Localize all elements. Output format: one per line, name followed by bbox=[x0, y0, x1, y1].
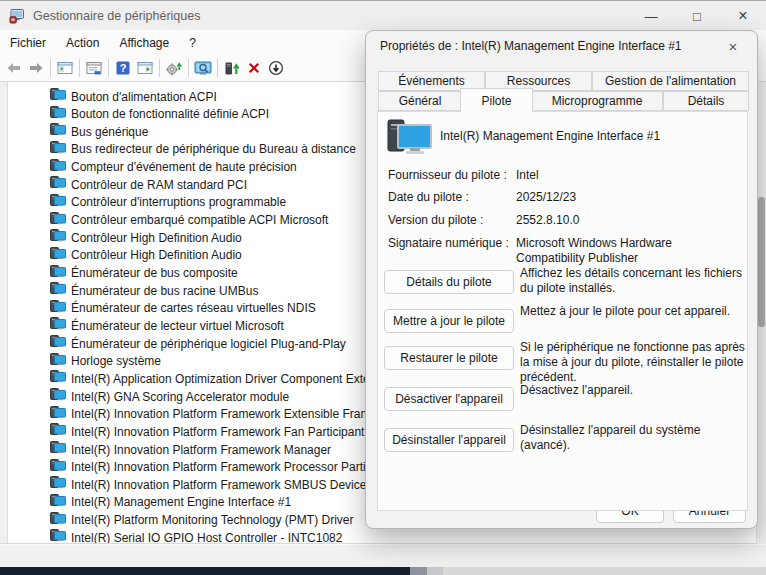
back-icon[interactable] bbox=[3, 57, 25, 79]
tree-item-label: Énumérateur de bus composite bbox=[71, 266, 238, 280]
tree-item[interactable]: Contrôleur de RAM standard PCI bbox=[50, 176, 247, 193]
tab-microprogramme[interactable]: Microprogramme bbox=[531, 91, 663, 111]
field-value: 2552.8.10.0 bbox=[516, 213, 744, 228]
driver-action-description: Mettez à jour le pilote pour cet apparei… bbox=[520, 304, 748, 319]
tree-item[interactable]: Intel(R) Application Optimization Driver… bbox=[50, 370, 398, 387]
forward-icon[interactable] bbox=[25, 57, 47, 79]
field-value: 2025/12/23 bbox=[516, 190, 744, 205]
tab-gestiondelalimentation[interactable]: Gestion de l'alimentation bbox=[592, 71, 749, 91]
tree-item[interactable]: Intel(R) Platform Monitoring Technology … bbox=[50, 512, 354, 529]
scan-hardware-icon[interactable] bbox=[163, 57, 185, 79]
toolbar-separator bbox=[217, 59, 218, 77]
driver-action-description: Désinstallez l'appareil du système (avan… bbox=[520, 423, 748, 453]
tree-item[interactable]: Intel(R) Innovation Platform Framework S… bbox=[50, 476, 366, 493]
tree-item-label: Intel(R) Platform Monitoring Technology … bbox=[71, 513, 354, 527]
system-device-icon bbox=[50, 406, 71, 423]
tree-item[interactable]: Intel(R) Serial IO GPIO Host Controller … bbox=[50, 529, 342, 544]
tree-left-gutter bbox=[0, 82, 8, 544]
tab-pilote[interactable]: Pilote bbox=[460, 88, 533, 112]
field-value: Microsoft Windows Hardware Compatibility… bbox=[516, 236, 744, 266]
dialog-close-icon[interactable]: × bbox=[713, 31, 753, 61]
driver-action-button[interactable]: Restaurer le pilote bbox=[384, 346, 514, 370]
tree-item-label: Bus redirecteur de périphérique du Burea… bbox=[71, 142, 356, 156]
remote-search-icon[interactable] bbox=[192, 57, 214, 79]
menu-item-action[interactable]: Action bbox=[56, 33, 109, 53]
tree-item[interactable]: Intel(R) Innovation Platform Framework M… bbox=[50, 441, 331, 458]
tab-détails[interactable]: Détails bbox=[663, 91, 749, 111]
tree-item[interactable]: Énumérateur de lecteur virtuel Microsoft bbox=[50, 317, 284, 334]
dialog-title: Propriétés de : Intel(R) Management Engi… bbox=[380, 39, 682, 53]
system-device-icon bbox=[50, 441, 71, 458]
update-driver-icon[interactable] bbox=[221, 57, 243, 79]
tree-item[interactable]: Intel(R) Management Engine Interface #1 bbox=[50, 494, 291, 511]
menu-item-fichier[interactable]: Fichier bbox=[0, 33, 56, 53]
tree-item[interactable]: Intel(R) Innovation Platform Framework P… bbox=[50, 459, 398, 476]
field-label: Version du pilote : bbox=[388, 213, 516, 227]
scrollbar-thumb[interactable] bbox=[758, 197, 765, 327]
properties-dialog: Propriétés de : Intel(R) Management Engi… bbox=[365, 30, 758, 529]
tree-item[interactable]: Contrôleur High Definition Audio bbox=[50, 247, 242, 264]
tree-item[interactable]: Horloge système bbox=[50, 353, 161, 370]
disable-device-icon[interactable] bbox=[265, 57, 287, 79]
tree-item[interactable]: Bouton d'alimentation ACPI bbox=[50, 88, 217, 105]
tree-item-label: Contrôleur High Definition Audio bbox=[71, 248, 242, 262]
tree-item-label: Énumérateur de cartes réseau virtuelles … bbox=[71, 301, 316, 315]
close-button[interactable]: × bbox=[720, 1, 766, 31]
tree-item[interactable]: Intel(R) Innovation Platform Framework F… bbox=[50, 423, 364, 440]
driver-action-button[interactable]: Désinstaller l'appareil bbox=[384, 428, 514, 452]
action-pane-icon[interactable] bbox=[134, 57, 156, 79]
tree-item[interactable]: Énumérateur de bus racine UMBus bbox=[50, 282, 258, 299]
driver-action-button[interactable]: Mettre à jour le pilote bbox=[384, 309, 514, 333]
tree-item[interactable]: Énumérateur de cartes réseau virtuelles … bbox=[50, 300, 316, 317]
tree-item[interactable]: Contrôleur d'interruptions programmable bbox=[50, 194, 286, 211]
system-device-icon bbox=[50, 300, 71, 317]
minimize-button[interactable]: — bbox=[628, 1, 674, 31]
tree-item[interactable]: Contrôleur embarqué compatible ACPI Micr… bbox=[50, 212, 328, 229]
device-icon bbox=[386, 118, 434, 163]
toolbar-separator bbox=[108, 59, 109, 77]
system-device-icon bbox=[50, 423, 71, 440]
console-tree-icon[interactable] bbox=[54, 57, 76, 79]
tree-item[interactable]: Compteur d'événement de haute précision bbox=[50, 159, 297, 176]
help-icon[interactable]: ? bbox=[112, 57, 134, 79]
taskbar-strip bbox=[0, 567, 410, 575]
system-device-icon bbox=[50, 529, 71, 544]
system-device-icon bbox=[50, 317, 71, 334]
titlebar: Gestionnaire de périphériques — □ × bbox=[0, 0, 766, 30]
properties-icon[interactable] bbox=[83, 57, 105, 79]
tree-item[interactable]: Énumérateur de périphérique logiciel Plu… bbox=[50, 335, 346, 352]
driver-action-button[interactable]: Désactiver l'appareil bbox=[384, 387, 514, 411]
driver-action-button[interactable]: Détails du pilote bbox=[384, 270, 514, 294]
tree-item-label: Contrôleur embarqué compatible ACPI Micr… bbox=[71, 213, 328, 227]
field-label: Signataire numérique : bbox=[388, 236, 516, 250]
system-device-icon bbox=[50, 494, 71, 511]
tree-item-label: Contrôleur d'interruptions programmable bbox=[71, 195, 286, 209]
tab-général[interactable]: Général bbox=[378, 91, 462, 111]
tree-item[interactable]: Intel(R) GNA Scoring Accelerator module bbox=[50, 388, 289, 405]
tree-item[interactable]: Contrôleur High Definition Audio bbox=[50, 229, 242, 246]
driver-tab-page: Intel(R) Management Engine Interface #1 … bbox=[377, 111, 748, 511]
desktop-strip bbox=[443, 567, 766, 575]
system-device-icon bbox=[50, 123, 71, 140]
system-device-icon bbox=[50, 88, 71, 105]
uninstall-icon[interactable] bbox=[243, 57, 265, 79]
tree-item[interactable]: Énumérateur de bus composite bbox=[50, 265, 238, 282]
tree-item-label: Horloge système bbox=[71, 354, 161, 368]
maximize-button[interactable]: □ bbox=[674, 1, 720, 31]
device-name: Intel(R) Management Engine Interface #1 bbox=[440, 129, 730, 143]
system-device-icon bbox=[50, 370, 71, 387]
field-value: Intel bbox=[516, 168, 744, 183]
tree-item[interactable]: Intel(R) Innovation Platform Framework E… bbox=[50, 406, 402, 423]
tree-item-label: Intel(R) Application Optimization Driver… bbox=[71, 372, 398, 386]
tree-item[interactable]: Bus redirecteur de périphérique du Burea… bbox=[50, 141, 356, 158]
driver-action-description: Désactivez l'appareil. bbox=[520, 383, 748, 398]
menu-item-?[interactable]: ? bbox=[179, 33, 206, 53]
tree-item-label: Intel(R) Management Engine Interface #1 bbox=[71, 495, 291, 509]
field-label: Date du pilote : bbox=[388, 190, 516, 204]
menu-item-affichage[interactable]: Affichage bbox=[109, 33, 179, 53]
tree-item-label: Intel(R) Innovation Platform Framework M… bbox=[71, 443, 331, 457]
toolbar-separator bbox=[188, 59, 189, 77]
tree-item[interactable]: Bouton de fonctionnalité définie ACPI bbox=[50, 106, 269, 123]
statusbar bbox=[0, 545, 766, 567]
tree-item[interactable]: Bus générique bbox=[50, 123, 148, 140]
